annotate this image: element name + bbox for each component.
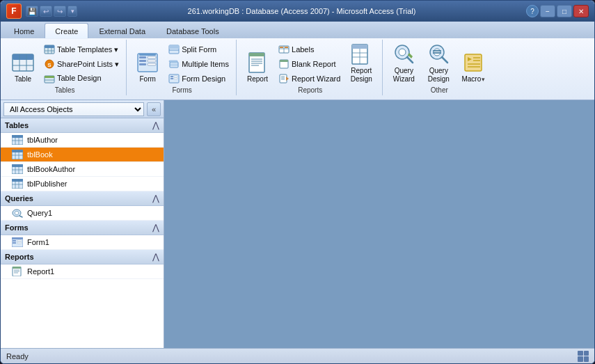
svg-rect-32	[170, 78, 173, 79]
table-design-label: Table Design	[57, 74, 102, 82]
svg-rect-13	[45, 76, 54, 78]
content-area	[164, 100, 594, 348]
sharepoint-label: SharePoint Lists ▾	[57, 60, 119, 69]
blank-report-button[interactable]: Blank Report	[276, 57, 343, 71]
tables-small-col: Table Templates ▾ S SharePoint Lists ▾	[41, 41, 122, 86]
ribbon-group-other: QueryWizard QueryDesign	[384, 40, 494, 95]
svg-line-60	[407, 57, 413, 63]
svg-rect-16	[139, 56, 146, 58]
macro-button[interactable]: Macro ▾	[457, 41, 490, 86]
save-quick-btn[interactable]: 💾	[26, 6, 38, 17]
tab-database-tools[interactable]: Database Tools	[156, 23, 230, 38]
reports-section-header[interactable]: Reports ⋀	[1, 250, 164, 264]
tab-external-data[interactable]: External Data	[88, 23, 156, 38]
svg-rect-89	[12, 179, 23, 182]
maximize-button[interactable]: □	[557, 5, 572, 17]
sharepoint-lists-button[interactable]: S SharePoint Lists ▾	[41, 57, 122, 71]
split-form-icon	[168, 44, 180, 55]
tab-create[interactable]: Create C	[45, 23, 88, 38]
undo-quick-btn[interactable]: ↩	[40, 6, 52, 17]
svg-rect-100	[13, 242, 16, 244]
table-design-button[interactable]: Table Design	[41, 72, 122, 86]
multiple-items-label: Multiple Items	[182, 60, 229, 68]
form-design-button[interactable]: Form Design	[166, 72, 232, 86]
svg-rect-98	[13, 240, 16, 242]
redo-quick-btn[interactable]: ↪	[54, 6, 66, 17]
query-design-icon	[427, 43, 450, 65]
form-button-label: Form	[139, 75, 155, 84]
table-templates-button[interactable]: Table Templates ▾	[41, 42, 122, 56]
svg-rect-6	[45, 45, 54, 48]
labels-label: Labels	[292, 45, 314, 54]
access-objects-selector[interactable]: All Access Objects	[3, 102, 144, 116]
svg-rect-17	[148, 56, 156, 58]
query-item-icon	[12, 208, 23, 218]
queries-section-header[interactable]: Queries ⋀	[1, 191, 164, 206]
ribbon-tab-bar: Home H Create C External Data Database T…	[1, 22, 594, 38]
sidebar-collapse-button[interactable]: «	[147, 102, 161, 116]
queries-section-title: Queries	[5, 194, 33, 203]
svg-line-64	[442, 57, 447, 63]
table-icon	[12, 52, 34, 74]
labels-icon	[278, 44, 289, 55]
svg-rect-27	[169, 61, 177, 62]
reports-section-title: Reports	[5, 253, 34, 261]
sidebar-item-tblAuthor[interactable]: tblAuthor	[1, 133, 164, 148]
tblBookAuthor-label: tblBookAuthor	[27, 165, 75, 173]
sidebar-item-tblBook[interactable]: tblBook	[1, 148, 164, 162]
report-design-button[interactable]: ReportDesign	[344, 41, 378, 86]
table-row-icon-2	[12, 164, 23, 174]
table-row-icon-selected	[12, 150, 23, 159]
table-row-icon-3	[12, 179, 23, 189]
svg-rect-54	[352, 45, 367, 49]
form-item-icon	[12, 237, 23, 247]
query-wizard-button[interactable]: QueryWizard	[387, 41, 420, 86]
svg-rect-44	[280, 47, 283, 48]
svg-rect-36	[249, 53, 264, 56]
title-bar: F 💾 ↩ ↪ ▾ 261.workingDB : Database (Acce…	[1, 1, 594, 22]
status-right	[578, 351, 589, 362]
blank-report-label: Blank Report	[292, 60, 336, 68]
form-button[interactable]: Form	[131, 41, 164, 86]
main-window: F 💾 ↩ ↪ ▾ 261.workingDB : Database (Acce…	[0, 0, 595, 364]
sidebar-item-query1[interactable]: Query1	[1, 206, 164, 221]
svg-rect-97	[12, 237, 23, 239]
tab-home[interactable]: Home H	[3, 23, 45, 38]
forms-section-header[interactable]: Forms ⋀	[1, 221, 164, 235]
sidebar-item-tblPublisher[interactable]: tblPublisher	[1, 177, 164, 191]
tblBook-label: tblBook	[27, 150, 53, 159]
svg-rect-84	[12, 164, 23, 167]
quick-access-dropdown[interactable]: ▾	[68, 6, 77, 17]
query-design-button[interactable]: QueryDesign	[422, 41, 455, 86]
tables-group-label: Tables	[3, 86, 126, 94]
ribbon-group-tables: Table	[3, 40, 127, 95]
queries-chevron-icon: ⋀	[152, 193, 159, 203]
query1-label: Query1	[27, 209, 52, 217]
window-controls: ? − □ ✕	[526, 5, 589, 17]
status-bar: Ready	[1, 348, 594, 363]
table-button[interactable]: Table	[6, 41, 40, 86]
tables-section-title: Tables	[5, 121, 29, 129]
sidebar-item-report1[interactable]: Report1	[1, 264, 164, 279]
form-icon	[136, 52, 159, 74]
form1-label: Form1	[27, 238, 49, 246]
sidebar-item-form1[interactable]: Form1	[1, 235, 164, 250]
close-button[interactable]: ✕	[573, 5, 589, 17]
help-button[interactable]: ?	[526, 5, 539, 17]
report-icon	[246, 52, 269, 74]
multiple-items-button[interactable]: Multiple Items	[166, 57, 232, 71]
svg-rect-66	[433, 52, 441, 54]
form-design-label: Form Design	[182, 74, 225, 83]
svg-rect-1	[13, 54, 33, 60]
report-button[interactable]: Report	[241, 41, 274, 86]
minimize-button[interactable]: −	[540, 5, 555, 17]
report-wizard-button[interactable]: Report Wizard	[276, 72, 343, 86]
reports-small-col: Labels Blank Report	[276, 41, 343, 86]
split-form-button[interactable]: Split Form	[166, 42, 232, 56]
svg-rect-34	[174, 78, 177, 79]
tables-section-header[interactable]: Tables ⋀	[1, 118, 164, 133]
svg-rect-74	[12, 135, 23, 138]
sidebar-item-tblBookAuthor[interactable]: tblBookAuthor	[1, 162, 164, 177]
labels-button[interactable]: Labels	[276, 42, 343, 56]
svg-rect-22	[139, 54, 156, 56]
